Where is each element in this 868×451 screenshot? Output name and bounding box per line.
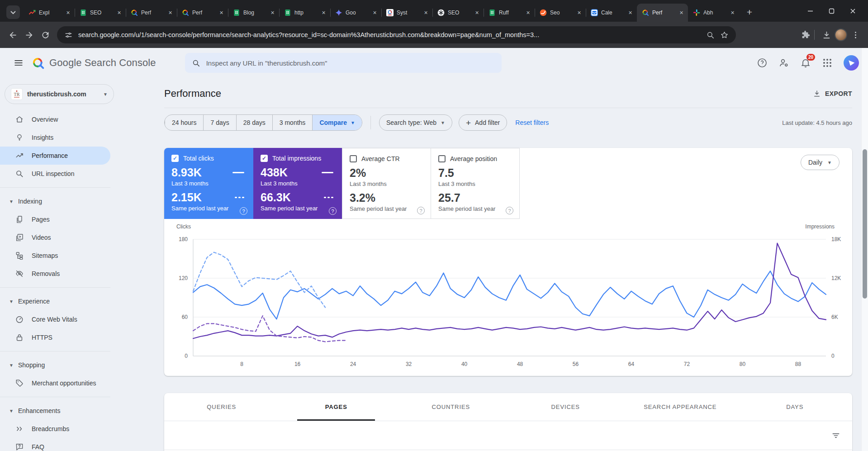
- sidebar-item[interactable]: ▼: [0, 351, 110, 351]
- reset-filters-link[interactable]: Reset filters: [515, 119, 549, 126]
- metric-checkbox[interactable]: ✓: [438, 155, 446, 162]
- tab-close-icon[interactable]: ×: [115, 9, 123, 17]
- gsc-logo[interactable]: Google Search Console: [32, 57, 156, 70]
- browser-tab[interactable]: SEO ×: [75, 4, 126, 22]
- extensions-puzzle-icon[interactable]: [801, 30, 811, 40]
- date-range-option[interactable]: Compare ▼: [312, 115, 362, 130]
- scrollbar-thumb[interactable]: [863, 149, 867, 299]
- table-tab[interactable]: DAYS: [738, 393, 853, 421]
- tab-close-icon[interactable]: ×: [473, 9, 481, 17]
- metric-checkbox[interactable]: ✓: [171, 155, 179, 162]
- sidebar-item[interactable]: ▼ Overview: [0, 110, 110, 128]
- browser-tab[interactable]: Blog ×: [228, 4, 279, 22]
- sidebar-item[interactable]: ▼ Core Web Vitals: [0, 310, 110, 328]
- date-range-option[interactable]: 3 months: [272, 115, 313, 130]
- table-tab[interactable]: PAGES: [279, 393, 394, 421]
- url-text[interactable]: search.google.com/u/1/search-console/per…: [78, 31, 701, 38]
- browser-tab[interactable]: Abh ×: [688, 4, 739, 22]
- sidebar-item[interactable]: ▼ Merchant opportunities: [0, 374, 110, 392]
- sidebar-item[interactable]: ▼ Shopping: [0, 356, 110, 374]
- account-avatar[interactable]: [844, 55, 859, 71]
- sidebar-item[interactable]: ▼: [0, 397, 110, 397]
- new-tab-button[interactable]: +: [743, 5, 756, 19]
- tab-close-icon[interactable]: ×: [678, 9, 685, 17]
- back-button[interactable]: [5, 27, 21, 43]
- performance-chart[interactable]: 00606K12012K18018K816243240485664728088: [164, 219, 852, 376]
- tab-close-icon[interactable]: ×: [64, 9, 72, 17]
- account-settings-icon[interactable]: [778, 57, 789, 68]
- table-tab[interactable]: DEVICES: [508, 393, 623, 421]
- forward-button[interactable]: [21, 27, 37, 43]
- browser-profile-avatar[interactable]: [835, 28, 847, 41]
- help-icon[interactable]: [757, 57, 768, 68]
- help-icon[interactable]: ?: [240, 207, 247, 215]
- sidebar-item[interactable]: ▼ Indexing: [0, 192, 110, 210]
- tab-close-icon[interactable]: ×: [422, 9, 430, 17]
- metric-checkbox[interactable]: ✓: [261, 155, 268, 162]
- browser-tab[interactable]: Seo ×: [535, 4, 586, 22]
- browser-tab[interactable]: Expl ×: [24, 4, 75, 22]
- tab-close-icon[interactable]: ×: [320, 9, 327, 17]
- tab-search-button[interactable]: [6, 5, 20, 19]
- table-tab[interactable]: QUERIES: [164, 393, 279, 421]
- notifications-bell-icon[interactable]: 20: [800, 57, 811, 68]
- downloads-icon[interactable]: [818, 27, 835, 43]
- metric-card[interactable]: ✓ Average position 7.5 Last 3 months 25.…: [431, 148, 520, 219]
- tab-close-icon[interactable]: ×: [218, 9, 225, 17]
- table-filter-icon[interactable]: [831, 431, 840, 440]
- help-icon[interactable]: ?: [329, 207, 337, 215]
- sidebar-item[interactable]: ▼: [0, 287, 110, 288]
- sidebar-item[interactable]: ▼ Experience: [0, 292, 110, 310]
- sidebar-item[interactable]: ▼ Pages: [0, 210, 110, 228]
- sidebar-item[interactable]: ▼ URL inspection: [0, 165, 110, 183]
- export-button[interactable]: EXPORT: [813, 90, 852, 98]
- sidebar-item[interactable]: ▼ Enhancements: [0, 402, 110, 420]
- tab-close-icon[interactable]: ×: [166, 9, 174, 17]
- url-bar[interactable]: search.google.com/u/1/search-console/per…: [57, 26, 736, 43]
- add-filter-button[interactable]: + Add filter: [459, 114, 507, 131]
- sidebar-item[interactable]: ▼ Insights: [0, 128, 110, 147]
- sidebar-item[interactable]: ▼ Removals: [0, 265, 110, 283]
- tab-close-icon[interactable]: ×: [524, 9, 532, 17]
- metric-card[interactable]: ✓ Total impressions 438K Last 3 months 6…: [253, 148, 342, 219]
- browser-tab[interactable]: Perf ×: [177, 4, 228, 22]
- refresh-button[interactable]: [37, 27, 53, 43]
- metric-checkbox[interactable]: ✓: [350, 155, 357, 162]
- date-range-option[interactable]: 24 hours: [165, 115, 203, 130]
- browser-tab[interactable]: Perf ×: [126, 4, 177, 22]
- tab-close-icon[interactable]: ×: [575, 9, 583, 17]
- browser-tab[interactable]: Cale ×: [586, 4, 637, 22]
- date-range-option[interactable]: 7 days: [203, 115, 236, 130]
- browser-tab[interactable]: http ×: [279, 4, 330, 22]
- granularity-dropdown[interactable]: Daily ▼: [801, 155, 840, 170]
- metric-card[interactable]: ✓ Total clicks 8.93K Last 3 months 2.15K: [164, 148, 253, 219]
- sidebar-item[interactable]: ▼ Sitemaps: [0, 247, 110, 265]
- help-icon[interactable]: ?: [506, 207, 513, 214]
- sidebar-item[interactable]: ▼ Breadcrumbs: [0, 420, 110, 438]
- browser-menu-kebab-icon[interactable]: [847, 27, 863, 43]
- help-icon[interactable]: ?: [417, 207, 425, 214]
- url-inspect-search-input[interactable]: Inspect any URL in "therusticbrush.com": [185, 53, 502, 73]
- page-scrollbar[interactable]: [861, 48, 868, 451]
- bookmark-star-icon[interactable]: [720, 31, 729, 39]
- metric-card[interactable]: ✓ Average CTR 2% Last 3 months 3.2% Sam: [342, 148, 431, 219]
- window-minimize-button[interactable]: [800, 0, 821, 22]
- browser-tab[interactable]: SEO ×: [432, 4, 484, 22]
- window-close-button[interactable]: [842, 0, 863, 22]
- tab-close-icon[interactable]: ×: [729, 9, 736, 17]
- hamburger-menu-icon[interactable]: [9, 53, 28, 72]
- tab-close-icon[interactable]: ×: [626, 9, 634, 17]
- search-type-filter[interactable]: Search type: Web ▼: [379, 114, 452, 131]
- property-selector[interactable]: TR therusticbrush.com ▼: [5, 84, 114, 104]
- window-maximize-button[interactable]: [821, 0, 842, 22]
- site-settings-icon[interactable]: [64, 31, 73, 39]
- tab-close-icon[interactable]: ×: [371, 9, 379, 17]
- browser-tab[interactable]: Ruff ×: [484, 4, 535, 22]
- zoom-icon[interactable]: [706, 31, 715, 39]
- browser-tab[interactable]: Goo ×: [330, 4, 381, 22]
- sidebar-item[interactable]: ▼ Performance: [0, 147, 110, 165]
- browser-tab[interactable]: Perf ×: [637, 4, 688, 22]
- sidebar-item[interactable]: ▼ HTTPS: [0, 328, 110, 347]
- tab-close-icon[interactable]: ×: [269, 9, 276, 17]
- sidebar-item[interactable]: ▼: [0, 187, 110, 188]
